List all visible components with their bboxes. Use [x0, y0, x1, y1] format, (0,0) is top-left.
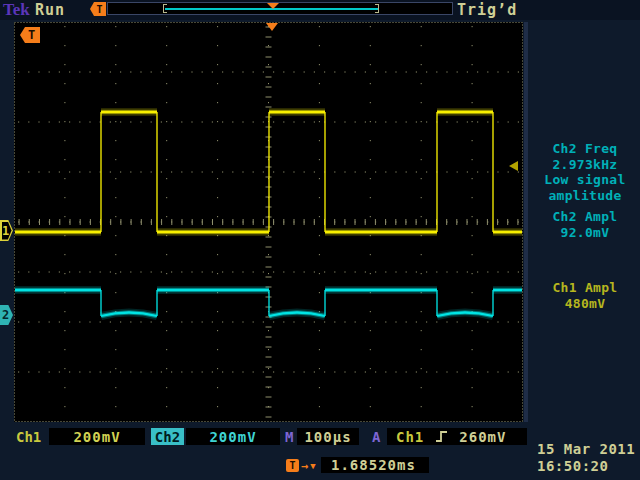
oscilloscope-screen: Tek Run T Trig’d T 1 2 Ch2 Freq 2.973kHz… — [0, 0, 640, 480]
meas-value: 92.0mV — [532, 225, 638, 241]
time-readout: 16:50:20 — [537, 458, 608, 474]
meas-warning-line1: Low signal — [532, 172, 638, 188]
measurement-ch2-freq: Ch2 Freq 2.973kHz Low signal amplitude — [532, 141, 638, 203]
ch1-label: Ch1 — [16, 429, 41, 445]
horizontal-position-readout: 1.68520ms — [321, 457, 429, 473]
ch2-ground-marker: 2 — [0, 305, 13, 325]
meas-warning-line2: amplitude — [532, 188, 638, 204]
graticule-edge-strip — [524, 22, 528, 422]
measurement-ch2-ampl: Ch2 Ampl 92.0mV — [532, 209, 638, 240]
rising-edge-icon — [435, 430, 448, 443]
graticule-display — [0, 0, 640, 480]
date-readout: 15 Mar 2011 — [537, 441, 635, 457]
meas-value: 480mV — [532, 296, 638, 312]
trigger-level: 260mV — [459, 429, 506, 445]
ch2-marker-label: 2 — [0, 305, 13, 325]
ch1-scale-readout: 200mV — [49, 428, 145, 445]
auto-trigger-label: A — [372, 429, 380, 445]
down-triangle-icon: ▼ — [310, 461, 315, 471]
meas-title: Ch1 Ampl — [532, 280, 638, 296]
ch2-scale-readout: 200mV — [186, 428, 280, 445]
horizontal-position-indicator: T → ▼ — [286, 458, 316, 473]
trigger-readout: Ch1 260mV — [387, 428, 527, 445]
measurement-ch1-ampl: Ch1 Ampl 480mV — [532, 280, 638, 311]
trigger-pos-t-icon: T — [286, 459, 299, 472]
meas-title: Ch2 Ampl — [532, 209, 638, 225]
timebase-readout: 100µs — [297, 428, 359, 445]
main-timebase-label: M — [285, 429, 293, 445]
ch2-label-badge: Ch2 — [151, 428, 184, 445]
trigger-source: Ch1 — [396, 429, 424, 445]
meas-title: Ch2 Freq — [532, 141, 638, 157]
ch1-ground-marker: 1 — [0, 220, 13, 241]
meas-value: 2.973kHz — [532, 157, 638, 173]
ch1-marker-label: 1 — [0, 220, 13, 241]
right-arrow-icon: → — [301, 459, 308, 473]
